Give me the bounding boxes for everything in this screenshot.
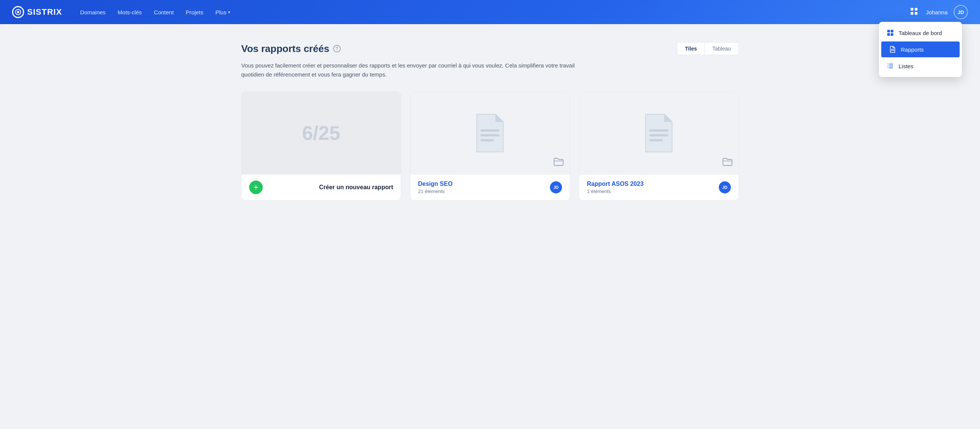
main-content: Vos rapports créés ? Tiles Tableau Vous … (226, 24, 754, 218)
svg-rect-18 (480, 129, 500, 132)
main-nav: Domaines Mots-clés Content Projets Plus … (80, 9, 909, 16)
grid-squares-icon (886, 29, 894, 36)
svg-rect-19 (480, 134, 500, 137)
list-icon (886, 62, 894, 69)
cards-grid: 6/25 + Créer un nouveau rapport (241, 91, 739, 201)
dropdown-listes[interactable]: Listes (879, 58, 962, 74)
header: SISTRIX Domaines Mots-clés Content Proje… (0, 0, 980, 24)
doc-icon-asos (642, 112, 676, 154)
page-header: Vos rapports créés ? Tiles Tableau (241, 42, 739, 55)
svg-point-1 (17, 11, 19, 13)
card-doc-image (410, 92, 570, 175)
card-info-asos: Rapport ASOS 2023 1 éléments (587, 180, 644, 194)
card-avatar-asos: JD (719, 181, 731, 193)
card-counter-image: 6/25 (242, 92, 401, 175)
view-toggle: Tiles Tableau (677, 42, 739, 55)
svg-rect-17 (888, 67, 888, 68)
tiles-view-button[interactable]: Tiles (677, 43, 705, 55)
report-count-asos: 1 éléments (587, 188, 644, 194)
doc-icon (473, 112, 507, 154)
svg-rect-2 (911, 8, 913, 11)
svg-rect-21 (649, 129, 668, 132)
svg-rect-7 (891, 30, 893, 32)
nav-projets[interactable]: Projets (186, 9, 204, 16)
svg-rect-20 (480, 139, 494, 141)
folder-icon-asos (722, 158, 732, 168)
dropdown-rapports[interactable]: Rapports (881, 41, 959, 57)
add-report-button[interactable]: + (249, 180, 263, 194)
nav-domaines[interactable]: Domaines (80, 9, 106, 16)
report-name-asos: Rapport ASOS 2023 (587, 180, 644, 187)
report-count-design-seo: 21 éléments (418, 188, 453, 194)
card-avatar-design-seo: JD (550, 181, 562, 193)
svg-rect-4 (911, 12, 913, 15)
svg-rect-16 (888, 65, 888, 66)
card-info-design-seo: Design SEO 21 éléments (418, 180, 453, 194)
card-footer-asos: Rapport ASOS 2023 1 éléments JD (579, 175, 738, 200)
report-card-asos[interactable]: Rapport ASOS 2023 1 éléments JD (579, 91, 739, 201)
header-right: Johanna JD (908, 5, 968, 19)
svg-rect-6 (887, 30, 890, 32)
card-doc-image-asos (579, 92, 738, 175)
dropdown-menu: Tableaux de bord Rapports (879, 22, 962, 77)
document-icon (889, 46, 896, 53)
nav-mots-cles[interactable]: Mots-clés (118, 9, 142, 16)
folder-icon (554, 158, 563, 168)
card-footer-design-seo: Design SEO 21 éléments JD (410, 175, 570, 200)
svg-rect-22 (649, 134, 668, 137)
create-card-footer: + Créer un nouveau rapport (242, 175, 401, 200)
page-title: Vos rapports créés (241, 43, 329, 55)
create-report-label: Créer un nouveau rapport (319, 184, 393, 191)
tableau-view-button[interactable]: Tableau (705, 43, 738, 55)
help-icon[interactable]: ? (333, 45, 341, 53)
page-title-row: Vos rapports créés ? (241, 43, 341, 55)
nav-plus[interactable]: Plus ▾ (216, 9, 230, 16)
avatar[interactable]: JD (954, 5, 968, 19)
svg-rect-8 (887, 33, 890, 36)
logo-text: SISTRIX (27, 7, 62, 17)
svg-rect-9 (891, 33, 893, 36)
create-report-card[interactable]: 6/25 + Créer un nouveau rapport (241, 91, 401, 201)
grid-icon[interactable] (908, 6, 920, 19)
chevron-down-icon: ▾ (228, 10, 230, 15)
report-card-design-seo[interactable]: Design SEO 21 éléments JD (410, 91, 570, 201)
report-name-design-seo: Design SEO (418, 180, 453, 187)
page-description: Vous pouvez facilement créer et personna… (241, 61, 581, 79)
svg-rect-15 (888, 64, 888, 64)
dropdown-tableaux[interactable]: Tableaux de bord (879, 25, 962, 41)
svg-rect-23 (649, 139, 663, 141)
logo-icon (12, 6, 24, 18)
username: Johanna (926, 9, 948, 16)
report-counter: 6/25 (302, 122, 340, 144)
logo[interactable]: SISTRIX (12, 6, 62, 18)
svg-rect-5 (915, 12, 918, 15)
svg-rect-3 (915, 8, 918, 11)
nav-content[interactable]: Content (154, 9, 174, 16)
